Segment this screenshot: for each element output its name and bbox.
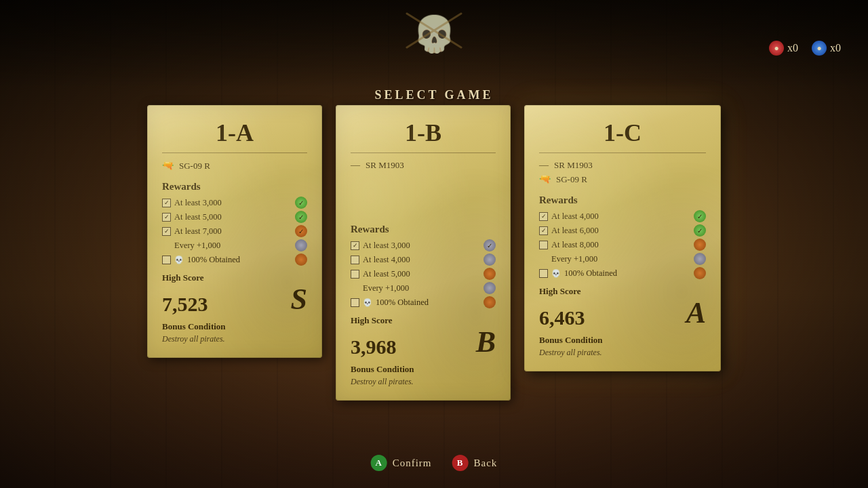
card-1b-high-score-label: High Score <box>351 315 496 326</box>
card-1c-reward-4: Every +1,000 <box>551 253 706 265</box>
confirm-label: Confirm <box>393 458 432 469</box>
card-1c-divider <box>539 152 706 153</box>
card-1b-weapon-1: — SR M1903 <box>351 160 496 171</box>
checkbox-1b-2 <box>351 256 359 264</box>
reward-icon-1a-5 <box>295 253 307 266</box>
gun-icon-c2: 🔫 <box>539 174 551 185</box>
checkbox-1c-5 <box>539 269 548 278</box>
card-1a[interactable]: 1-A 🔫 SG-09 R Rewards At least 3,000 ✓ A… <box>147 105 322 358</box>
card-1a-reward-5: 💀 100% Obtained <box>162 253 307 266</box>
bottom-bar: A Confirm B Back <box>371 455 498 471</box>
card-1b-bonus-text: Destroy all pirates. <box>351 377 496 387</box>
card-1b-divider <box>351 152 496 153</box>
card-1b-reward-3: At least 5,000 <box>351 268 496 280</box>
card-1a-divider <box>162 152 307 153</box>
currency-red: ● x0 <box>769 41 798 56</box>
card-1b-reward-5: 💀 100% Obtained <box>351 296 496 308</box>
reward-icon-1c-5 <box>694 267 706 279</box>
confirm-button[interactable]: A Confirm <box>371 455 432 471</box>
gun-icon-c1: — <box>539 160 549 171</box>
currency-blue-count: x0 <box>830 42 841 54</box>
card-1b-reward-4: Every +1,000 <box>363 282 496 294</box>
b-button-icon: B <box>452 455 469 471</box>
reward-icon-1c-2: ✓ <box>694 224 706 237</box>
card-1a-reward-2: At least 5,000 ✓ <box>162 211 307 223</box>
card-1b-bonus-label: Bonus Condition <box>351 364 496 375</box>
reward-icon-1a-4 <box>295 239 307 251</box>
card-1a-title: 1-A <box>162 119 307 147</box>
checkbox-1b-1 <box>351 241 359 250</box>
checkbox-1a-5 <box>162 256 171 264</box>
reward-icon-1a-1: ✓ <box>295 197 307 209</box>
reward-icon-1b-2 <box>484 253 496 266</box>
card-1a-score-row: 7,523 S <box>162 285 307 314</box>
checkbox-1b-3 <box>351 270 359 279</box>
currency-blue: ● x0 <box>812 41 841 56</box>
card-1c-rewards-label: Rewards <box>539 195 706 206</box>
page-title: SELECT GAME <box>374 88 493 102</box>
card-1c[interactable]: 1-C — SR M1903 🔫 SG-09 R Rewards At leas… <box>524 105 721 371</box>
checkbox-1a-2 <box>162 213 171 222</box>
reward-icon-1c-3 <box>694 239 706 251</box>
card-1a-grade: S <box>291 285 307 314</box>
card-1b-reward-1: At least 3,000 ✓ <box>351 239 496 251</box>
reward-icon-1a-2: ✓ <box>295 211 307 223</box>
card-1a-bonus-text: Destroy all pirates. <box>162 334 307 344</box>
checkbox-1c-1 <box>539 212 548 221</box>
card-1c-score-row: 6,463 A <box>539 298 706 328</box>
checkbox-1a-3 <box>162 227 171 236</box>
card-1b[interactable]: 1-B — SR M1903 Rewards At least 3,000 ✓ … <box>336 105 511 401</box>
card-1c-high-score-label: High Score <box>539 286 706 297</box>
card-1c-grade: A <box>686 298 706 328</box>
card-1b-image-area <box>351 174 496 214</box>
checkbox-1b-5 <box>351 298 359 307</box>
checkbox-1c-3 <box>539 241 548 249</box>
card-1a-reward-1: At least 3,000 ✓ <box>162 197 307 209</box>
card-1b-grade: B <box>476 327 496 357</box>
currency-red-icon: ● <box>769 41 784 56</box>
card-1c-bonus-label: Bonus Condition <box>539 335 706 346</box>
card-1c-bonus-text: Destroy all pirates. <box>539 348 706 358</box>
card-1a-reward-4: Every +1,000 <box>174 239 307 251</box>
checkbox-1c-2 <box>539 226 548 235</box>
card-1c-reward-1: At least 4,000 ✓ <box>539 210 706 222</box>
card-1c-reward-2: At least 6,000 ✓ <box>539 224 706 237</box>
card-1a-weapon-1: 🔫 SG-09 R <box>162 160 307 171</box>
currency-blue-icon: ● <box>812 41 827 56</box>
card-1a-reward-3: At least 7,000 ✓ <box>162 225 307 237</box>
card-1b-reward-2: At least 4,000 <box>351 253 496 266</box>
crossed-swords-icon <box>393 7 475 54</box>
card-1b-title: 1-B <box>351 119 496 147</box>
card-1c-weapon-1: — SR M1903 <box>539 160 706 171</box>
card-1c-reward-5: 💀 100% Obtained <box>539 267 706 279</box>
reward-icon-1b-3 <box>484 268 496 280</box>
back-label: Back <box>474 458 498 469</box>
reward-icon-1b-4 <box>484 282 496 294</box>
card-1a-score: 7,523 <box>162 294 208 314</box>
card-1b-score-row: 3,968 B <box>351 327 496 357</box>
reward-icon-1a-3: ✓ <box>295 225 307 237</box>
currency-red-count: x0 <box>787 42 798 54</box>
reward-icon-1b-1: ✓ <box>484 239 496 251</box>
card-1a-high-score-label: High Score <box>162 272 307 283</box>
back-button[interactable]: B Back <box>452 455 498 471</box>
reward-icon-1c-1: ✓ <box>694 210 706 222</box>
card-1c-score: 6,463 <box>539 308 585 328</box>
reward-icon-1c-4 <box>694 253 706 265</box>
a-button-icon: A <box>371 455 387 471</box>
card-1c-weapon-2: 🔫 SG-09 R <box>539 174 706 185</box>
reward-icon-1b-5 <box>484 296 496 308</box>
card-1b-rewards-label: Rewards <box>351 224 496 235</box>
card-1c-reward-3: At least 8,000 <box>539 239 706 251</box>
card-1b-score: 3,968 <box>351 337 397 357</box>
checkbox-1a-1 <box>162 199 171 207</box>
card-1a-bonus-label: Bonus Condition <box>162 321 307 332</box>
gun-icon: 🔫 <box>162 160 174 171</box>
currency-display: ● x0 ● x0 <box>769 41 841 56</box>
card-1a-rewards-label: Rewards <box>162 181 307 192</box>
cards-container: 1-A 🔫 SG-09 R Rewards At least 3,000 ✓ A… <box>147 105 721 401</box>
card-1c-title: 1-C <box>539 119 706 147</box>
gun-icon-b: — <box>351 160 360 171</box>
